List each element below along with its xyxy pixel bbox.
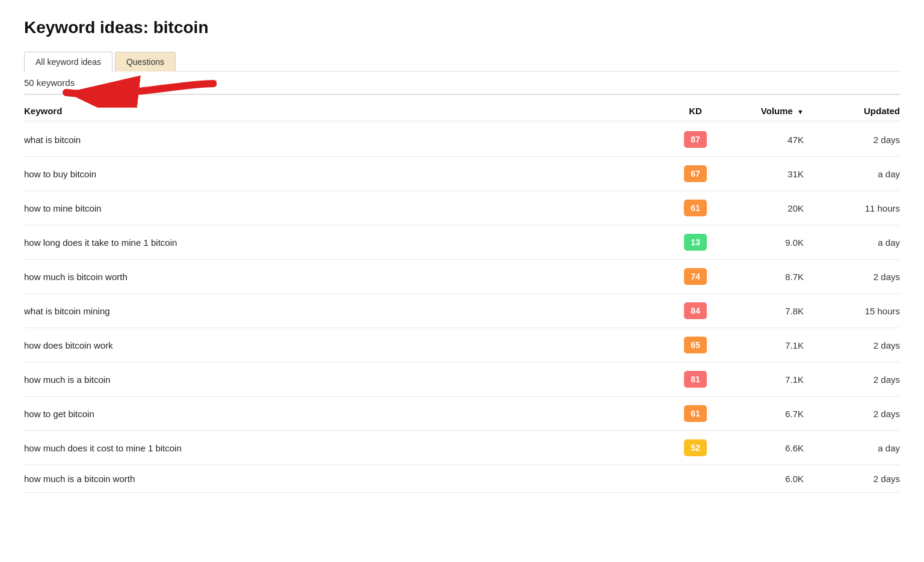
- col-keyword-header: Keyword: [24, 106, 659, 116]
- keyword-cell[interactable]: how to buy bitcoin: [24, 169, 659, 179]
- col-volume-header: Volume ▼: [732, 106, 816, 116]
- keyword-table: Keyword KD Volume ▼ Updated what is bitc…: [24, 101, 900, 493]
- table-row: how much is a bitcoin 81 7.1K 2 days: [24, 362, 900, 397]
- updated-cell: a day: [816, 237, 900, 248]
- col-kd-header: KD: [659, 106, 732, 116]
- kd-cell: 65: [659, 337, 732, 353]
- volume-cell: 7.1K: [732, 374, 816, 385]
- kd-badge: 74: [684, 268, 707, 285]
- keyword-cell[interactable]: how much is a bitcoin worth: [24, 474, 659, 484]
- kd-badge: 52: [684, 439, 707, 456]
- volume-cell: 31K: [732, 169, 816, 179]
- tabs-bar: All keyword ideas Questions: [24, 52, 900, 72]
- kd-cell: 61: [659, 405, 732, 422]
- updated-cell: 2 days: [816, 272, 900, 282]
- table-row: how much is bitcoin worth 74 8.7K 2 days: [24, 260, 900, 294]
- updated-cell: 2 days: [816, 340, 900, 350]
- kd-cell: 67: [659, 165, 732, 182]
- kd-cell: 52: [659, 439, 732, 456]
- table-row: how does bitcoin work 65 7.1K 2 days: [24, 328, 900, 362]
- kd-badge: 13: [684, 234, 707, 251]
- keyword-cell[interactable]: what is bitcoin mining: [24, 306, 659, 316]
- keywords-count: 50 keywords: [24, 78, 75, 88]
- keywords-count-row: 50 keywords: [24, 72, 900, 95]
- updated-cell: 11 hours: [816, 203, 900, 213]
- updated-cell: 2 days: [816, 135, 900, 145]
- keyword-cell[interactable]: how long does it take to mine 1 bitcoin: [24, 237, 659, 248]
- keyword-cell[interactable]: how to mine bitcoin: [24, 203, 659, 213]
- kd-cell: 87: [659, 131, 732, 148]
- kd-cell: 61: [659, 200, 732, 216]
- kd-badge: 67: [684, 165, 707, 182]
- volume-cell: 20K: [732, 203, 816, 213]
- table-row: how much is a bitcoin worth 6.0K 2 days: [24, 465, 900, 493]
- table-row: what is bitcoin 87 47K 2 days: [24, 123, 900, 157]
- updated-cell: a day: [816, 169, 900, 179]
- volume-cell: 47K: [732, 135, 816, 145]
- table-row: how long does it take to mine 1 bitcoin …: [24, 225, 900, 260]
- keyword-cell[interactable]: how much is bitcoin worth: [24, 272, 659, 282]
- kd-cell: 84: [659, 302, 732, 319]
- kd-badge: 81: [684, 371, 707, 388]
- keyword-cell[interactable]: what is bitcoin: [24, 135, 659, 145]
- tab-questions[interactable]: Questions: [115, 52, 176, 72]
- sort-icon[interactable]: ▼: [797, 108, 804, 115]
- volume-cell: 6.7K: [732, 409, 816, 419]
- table-row: how to get bitcoin 61 6.7K 2 days: [24, 397, 900, 431]
- volume-cell: 6.6K: [732, 443, 816, 453]
- keyword-cell[interactable]: how to get bitcoin: [24, 409, 659, 419]
- keyword-cell[interactable]: how does bitcoin work: [24, 340, 659, 350]
- kd-badge: 84: [684, 302, 707, 319]
- col-updated-header: Updated: [816, 106, 900, 116]
- volume-cell: 9.0K: [732, 237, 816, 248]
- page-container: Keyword ideas: bitcoin All keyword ideas…: [0, 0, 924, 562]
- tab-all-keywords[interactable]: All keyword ideas: [24, 52, 112, 72]
- table-header: Keyword KD Volume ▼ Updated: [24, 101, 900, 121]
- table-row: how to buy bitcoin 67 31K a day: [24, 157, 900, 191]
- volume-cell: 7.8K: [732, 306, 816, 316]
- keyword-cell[interactable]: how much does it cost to mine 1 bitcoin: [24, 443, 659, 453]
- kd-badge: 61: [684, 405, 707, 422]
- updated-cell: a day: [816, 443, 900, 453]
- table-row: how to mine bitcoin 61 20K 11 hours: [24, 191, 900, 225]
- volume-cell: 7.1K: [732, 340, 816, 350]
- kd-cell: 81: [659, 371, 732, 388]
- kd-badge: 87: [684, 131, 707, 148]
- kd-cell: 13: [659, 234, 732, 251]
- updated-cell: 2 days: [816, 374, 900, 385]
- kd-badge: 61: [684, 200, 707, 216]
- updated-cell: 15 hours: [816, 306, 900, 316]
- volume-cell: 6.0K: [732, 474, 816, 484]
- table-row: what is bitcoin mining 84 7.8K 15 hours: [24, 294, 900, 328]
- kd-badge: 65: [684, 337, 707, 353]
- volume-cell: 8.7K: [732, 272, 816, 282]
- keyword-cell[interactable]: how much is a bitcoin: [24, 374, 659, 385]
- table-row: how much does it cost to mine 1 bitcoin …: [24, 431, 900, 465]
- page-title: Keyword ideas: bitcoin: [24, 18, 900, 37]
- updated-cell: 2 days: [816, 409, 900, 419]
- table-rows-container: what is bitcoin 87 47K 2 days how to buy…: [24, 123, 900, 493]
- kd-cell: 74: [659, 268, 732, 285]
- updated-cell: 2 days: [816, 474, 900, 484]
